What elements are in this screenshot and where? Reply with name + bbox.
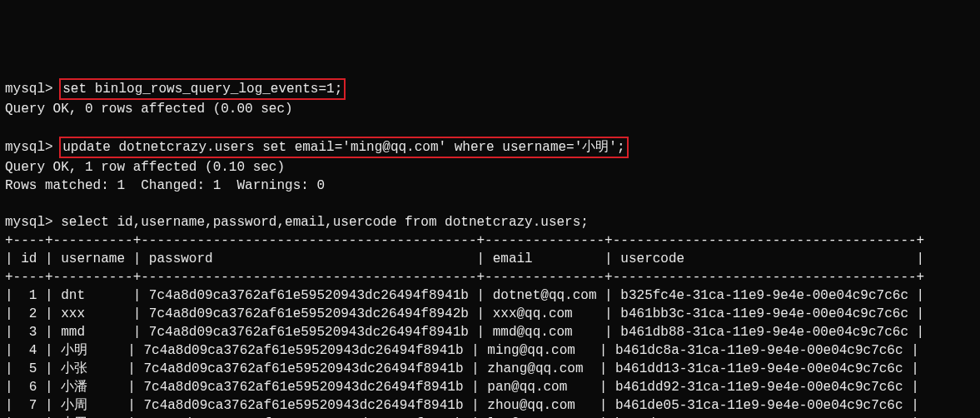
highlighted-command-2: update dotnetcrazy.users set email='ming… [59, 137, 628, 158]
terminal-output[interactable]: mysql> set binlog_rows_query_log_events=… [0, 73, 980, 418]
table-row: | 6 | 小潘 | 7c4a8d09ca3762af61e59520943dc… [5, 380, 919, 395]
table-border: +----+----------+-----------------------… [5, 233, 924, 248]
mysql-prompt: mysql> [5, 82, 53, 97]
highlighted-command-1: set binlog_rows_query_log_events=1; [59, 78, 346, 100]
mysql-prompt: mysql> [5, 140, 53, 155]
mysql-prompt: mysql> [5, 215, 53, 230]
table-row: | 3 | mmd | 7c4a8d09ca3762af61e59520943d… [5, 325, 924, 340]
table-row: | 1 | dnt | 7c4a8d09ca3762af61e59520943d… [5, 288, 924, 303]
table-row: | 5 | 小张 | 7c4a8d09ca3762af61e59520943dc… [5, 361, 919, 376]
select-command: select id,username,password,email,userco… [61, 215, 589, 230]
table-row: | 4 | 小明 | 7c4a8d09ca3762af61e59520943dc… [5, 343, 919, 358]
table-row: | 7 | 小周 | 7c4a8d09ca3762af61e59520943dc… [5, 398, 919, 413]
result-line: Query OK, 0 rows affected (0.00 sec) [5, 102, 293, 117]
table-header: | id | username | password | email | use… [5, 251, 924, 266]
table-row: | 2 | xxx | 7c4a8d09ca3762af61e59520943d… [5, 306, 924, 321]
table-border: +----+----------+-----------------------… [5, 270, 924, 285]
result-line: Query OK, 1 row affected (0.10 sec) [5, 160, 285, 175]
result-line: Rows matched: 1 Changed: 1 Warnings: 0 [5, 178, 325, 193]
